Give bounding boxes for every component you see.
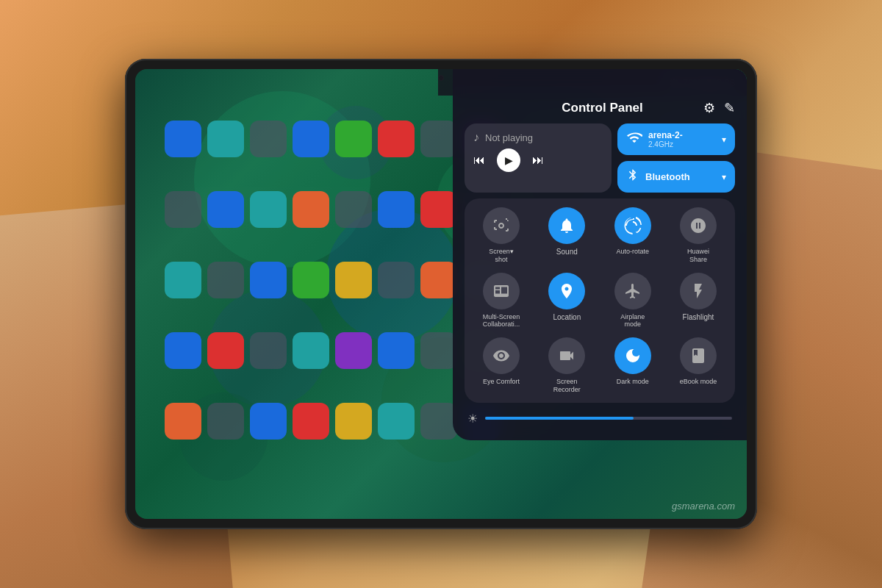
app-icon[interactable] xyxy=(378,262,415,298)
app-icon[interactable] xyxy=(293,191,329,228)
wifi-network-name: arena-2- xyxy=(648,130,716,140)
toggle-multiscreen[interactable]: Multi-ScreenCollaborati... xyxy=(473,273,529,329)
network-stack: arena-2- 2.4GHz ▾ B xyxy=(617,123,735,193)
bt-chevron-icon: ▾ xyxy=(722,172,726,182)
toggle-huawei-share[interactable]: HuaweiShare xyxy=(670,207,726,264)
app-icon[interactable] xyxy=(250,403,287,440)
tablet-frame: ✱ 72% ▮ 3:38 Control Panel ⚙ ✎ xyxy=(125,59,757,529)
airplane-btn xyxy=(614,273,651,309)
app-icon[interactable] xyxy=(165,262,201,298)
flashlight-label: Flashlight xyxy=(683,313,714,322)
toggle-autorotate[interactable]: Auto-rotate xyxy=(605,207,661,264)
app-icon[interactable] xyxy=(207,262,244,298)
dark-mode-label: Dark mode xyxy=(617,378,649,386)
app-icon[interactable] xyxy=(293,121,329,157)
app-icon[interactable] xyxy=(293,262,329,298)
app-icon[interactable] xyxy=(207,121,244,157)
toggle-row-2: Multi-ScreenCollaborati... Location xyxy=(473,273,726,329)
toggle-grid: Screen▾shot Sound xyxy=(465,198,735,403)
screenshot-label: Screen▾shot xyxy=(489,248,514,264)
toggle-dark-mode[interactable]: Dark mode xyxy=(605,337,661,394)
media-status: Not playing xyxy=(485,132,533,143)
app-icon[interactable] xyxy=(207,332,244,369)
multiscreen-label: Multi-ScreenCollaborati... xyxy=(483,313,520,329)
cp-title: Control Panel xyxy=(501,101,703,115)
airplane-label: Airplanemode xyxy=(620,313,645,329)
autorotate-btn xyxy=(614,207,651,244)
app-icon[interactable] xyxy=(165,403,201,440)
toggle-sound[interactable]: Sound xyxy=(539,207,595,264)
toggle-screen-recorder[interactable]: ScreenRecorder xyxy=(539,337,595,394)
brightness-track[interactable] xyxy=(485,417,732,420)
eye-comfort-btn xyxy=(483,337,520,374)
app-icon[interactable] xyxy=(335,262,372,298)
app-icon[interactable] xyxy=(293,403,329,440)
huawei-share-btn xyxy=(680,207,717,244)
app-icon[interactable] xyxy=(293,332,329,369)
app-icon[interactable] xyxy=(165,332,201,369)
wifi-chevron-icon: ▾ xyxy=(722,135,726,145)
wifi-frequency: 2.4GHz xyxy=(648,140,716,148)
screenshot-btn xyxy=(483,207,520,244)
toggle-row-3: Eye Comfort ScreenRecorder xyxy=(473,337,726,394)
wifi-info: arena-2- 2.4GHz xyxy=(648,130,716,148)
flashlight-btn xyxy=(680,273,717,309)
watermark: gsmarena.com xyxy=(672,501,735,512)
app-icon[interactable] xyxy=(250,332,287,369)
app-icon[interactable] xyxy=(335,191,372,228)
sound-btn xyxy=(548,207,585,244)
toggle-eye-comfort[interactable]: Eye Comfort xyxy=(473,337,529,394)
media-prev-button[interactable]: ⏮ xyxy=(473,154,485,167)
app-icon[interactable] xyxy=(165,191,201,228)
app-icon[interactable] xyxy=(335,403,372,440)
app-icon[interactable] xyxy=(420,403,457,440)
app-icon[interactable] xyxy=(250,121,287,157)
bluetooth-card[interactable]: Bluetooth ▾ xyxy=(617,161,735,193)
edit-icon[interactable]: ✎ xyxy=(724,100,735,116)
app-icon[interactable] xyxy=(420,262,457,298)
toggle-airplane[interactable]: Airplanemode xyxy=(605,273,661,329)
wifi-icon xyxy=(626,129,642,149)
app-icon[interactable] xyxy=(207,403,244,440)
settings-icon[interactable]: ⚙ xyxy=(703,100,715,116)
ebook-mode-btn xyxy=(680,337,717,374)
app-icon[interactable] xyxy=(207,191,244,228)
app-icon[interactable] xyxy=(250,191,287,228)
scene: ✱ 72% ▮ 3:38 Control Panel ⚙ ✎ xyxy=(0,0,882,588)
app-icon[interactable] xyxy=(335,121,372,157)
app-icon[interactable] xyxy=(420,191,457,228)
toggle-location[interactable]: Location xyxy=(539,273,595,329)
toggle-screenshot[interactable]: Screen▾shot xyxy=(473,207,529,264)
toggle-flashlight[interactable]: Flashlight xyxy=(670,273,726,329)
cp-row1: ♪ Not playing ⏮ ▶ ⏭ xyxy=(465,123,735,193)
brightness-fill xyxy=(485,417,634,420)
media-next-button[interactable]: ⏭ xyxy=(532,154,544,167)
app-icon[interactable] xyxy=(378,191,415,228)
huawei-share-label: HuaweiShare xyxy=(687,248,709,264)
app-icon[interactable] xyxy=(378,403,415,440)
location-btn xyxy=(548,273,585,309)
app-icon[interactable] xyxy=(378,332,415,369)
media-play-button[interactable]: ▶ xyxy=(497,148,520,172)
media-card: ♪ Not playing ⏮ ▶ ⏭ xyxy=(465,123,612,193)
wifi-card[interactable]: arena-2- 2.4GHz ▾ xyxy=(617,123,735,155)
app-icon[interactable] xyxy=(420,121,457,157)
media-top: ♪ Not playing xyxy=(473,131,603,144)
app-icon[interactable] xyxy=(378,121,415,157)
toggle-ebook-mode[interactable]: eBook mode xyxy=(670,337,726,394)
media-controls: ⏮ ▶ ⏭ xyxy=(473,148,603,172)
cp-header-icons: ⚙ ✎ xyxy=(703,100,735,116)
dark-mode-btn xyxy=(614,337,651,374)
app-icon[interactable] xyxy=(335,332,372,369)
app-icon[interactable] xyxy=(420,332,457,369)
location-label: Location xyxy=(553,313,581,322)
app-icon[interactable] xyxy=(165,121,201,157)
sound-label: Sound xyxy=(556,248,578,257)
autorotate-label: Auto-rotate xyxy=(616,248,649,256)
cp-header: Control Panel ⚙ ✎ xyxy=(465,100,735,116)
brightness-icon: ☀ xyxy=(467,412,478,426)
screen-recorder-label: ScreenRecorder xyxy=(553,378,581,394)
toggle-row-1: Screen▾shot Sound xyxy=(473,207,726,264)
app-icon[interactable] xyxy=(250,262,287,298)
music-note-icon: ♪ xyxy=(473,131,479,144)
